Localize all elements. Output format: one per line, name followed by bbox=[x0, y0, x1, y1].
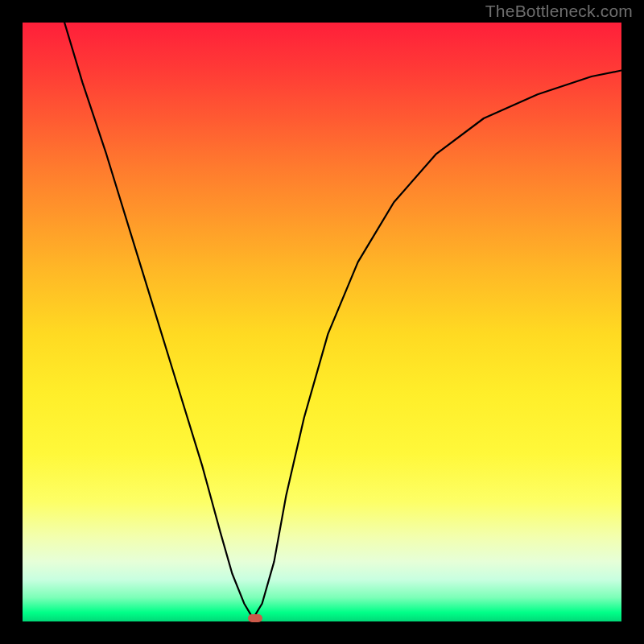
plot-area bbox=[23, 23, 621, 621]
optimal-point-marker bbox=[248, 614, 262, 622]
watermark-text: TheBottleneck.com bbox=[485, 2, 633, 21]
bottleneck-curve bbox=[64, 23, 621, 618]
curve-svg bbox=[23, 23, 621, 621]
chart-frame: TheBottleneck.com bbox=[0, 0, 644, 644]
